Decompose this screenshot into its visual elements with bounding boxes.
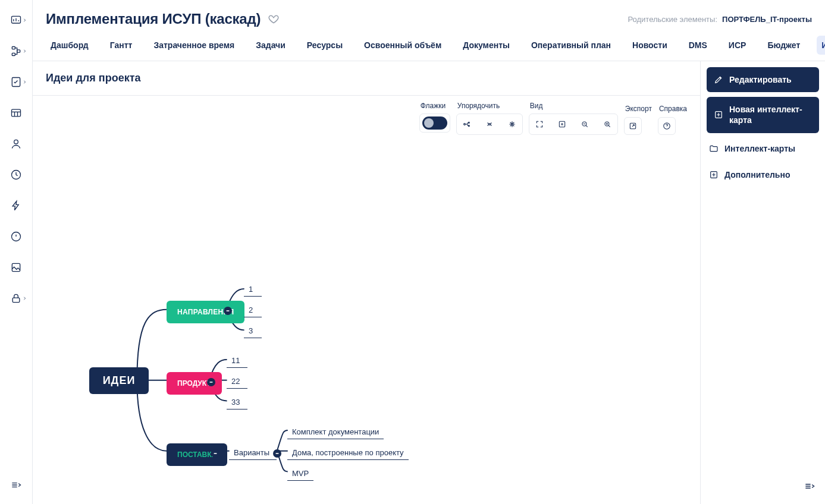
export-icon[interactable] (624, 117, 642, 135)
parent-elements-label: Родительские элементы: (628, 15, 717, 24)
maps-list-item[interactable]: Интеллект-карты (707, 138, 819, 159)
tab-6[interactable]: Документы (458, 36, 515, 55)
svg-rect-5 (12, 109, 21, 116)
favorite-icon[interactable] (268, 13, 280, 25)
svg-rect-2 (12, 53, 15, 55)
zoom-in-icon[interactable] (598, 115, 616, 133)
leaf-11[interactable]: 11 (227, 352, 247, 368)
collapse-dot-icon[interactable] (207, 378, 215, 386)
fullscreen-icon[interactable] (531, 115, 548, 133)
new-map-button-label: Новая интеллект-карта (729, 104, 812, 125)
svg-point-6 (14, 140, 18, 144)
nav-image-icon[interactable] (8, 259, 24, 276)
svg-rect-22 (559, 121, 564, 127)
tab-2[interactable]: Затраченное время (149, 36, 239, 55)
toolbar-flags-label: Флажки (419, 102, 450, 110)
leaf-1[interactable]: 1 (244, 281, 262, 297)
svg-point-18 (468, 122, 469, 123)
leaf-docs[interactable]: Комплект документации (287, 424, 384, 439)
leaf-mvp[interactable]: MVP (287, 465, 313, 481)
leaf-22[interactable]: 22 (227, 373, 247, 389)
edit-button[interactable]: Редактировать (707, 67, 819, 92)
leaf-33[interactable]: 33 (227, 394, 247, 410)
zoom-out-icon[interactable] (576, 115, 594, 133)
more-item-label: Дополнительно (724, 170, 790, 179)
maps-list-label: Интеллект-карты (724, 144, 795, 153)
tab-8[interactable]: Новости (628, 36, 672, 55)
flags-toggle[interactable] (422, 116, 447, 130)
help-icon[interactable] (658, 117, 676, 135)
collapse-dot-icon[interactable] (273, 449, 281, 458)
new-map-button[interactable]: Новая интеллект-карта (707, 97, 819, 133)
leaf-variants[interactable]: Варианты (229, 445, 277, 460)
toolbar-export-label: Экспорт (624, 105, 652, 114)
nav-lock-icon[interactable] (8, 290, 24, 307)
arrange-both-icon[interactable] (481, 115, 498, 133)
mindmap-root[interactable]: ИДЕИ (89, 367, 149, 394)
nav-alert-icon[interactable] (8, 228, 24, 245)
tab-12[interactable]: Интеллект-карты (817, 36, 825, 55)
svg-point-17 (463, 124, 465, 125)
leaf-houses[interactable]: Дома, построенные по проекту (287, 445, 409, 460)
leaf-2[interactable]: 2 (244, 302, 262, 317)
collapse-dot-icon[interactable] (224, 307, 232, 315)
nav-bolt-icon[interactable] (8, 197, 24, 214)
arrange-right-icon[interactable] (458, 115, 476, 133)
nav-tasks-icon[interactable] (8, 74, 24, 90)
tab-3[interactable]: Задачи (251, 36, 290, 55)
tab-5[interactable]: Освоенный объём (359, 36, 446, 55)
toolbar-help-label: Справка (658, 105, 687, 114)
nav-kanban-icon[interactable] (8, 105, 24, 121)
svg-point-19 (468, 125, 469, 127)
toolbar-arrange-label: Упорядочить (456, 102, 523, 110)
tab-10[interactable]: ИСР (724, 36, 751, 55)
collapse-dot-icon[interactable] (211, 449, 219, 458)
more-item[interactable]: Дополнительно (707, 164, 819, 185)
nav-time-icon[interactable] (8, 166, 24, 183)
tab-9[interactable]: DMS (684, 36, 712, 55)
tab-11[interactable]: Бюджет (763, 36, 805, 55)
toolbar-view-label: Вид (529, 102, 618, 110)
fit-icon[interactable] (553, 115, 571, 133)
collapse-right-icon[interactable] (804, 480, 815, 494)
nav-hierarchy-icon[interactable] (8, 43, 24, 59)
svg-point-23 (561, 124, 563, 125)
tab-1[interactable]: Гантт (105, 36, 137, 55)
parent-elements-value[interactable]: ПОРТФЕЛЬ_IT-проекты (722, 15, 812, 24)
nav-expand-icon[interactable] (8, 477, 24, 493)
page-title: Имплементация ИСУП (каскад) (46, 11, 261, 27)
svg-rect-10 (12, 298, 20, 303)
mindmap-branch-directions[interactable]: НАПРАВЛЕНИЯ (167, 301, 244, 323)
tab-4[interactable]: Ресурсы (302, 36, 347, 55)
svg-point-20 (488, 124, 490, 125)
tab-0[interactable]: Дашборд (46, 36, 93, 55)
section-title: Идеи для проекта (33, 61, 700, 96)
leaf-3[interactable]: 3 (244, 323, 262, 338)
arrange-radial-icon[interactable] (503, 115, 521, 133)
svg-rect-3 (17, 50, 20, 52)
nav-dashboard-icon[interactable] (8, 12, 24, 29)
svg-point-21 (511, 124, 513, 125)
nav-user-icon[interactable] (8, 136, 24, 152)
svg-rect-1 (12, 47, 15, 49)
tab-7[interactable]: Оперативный план (526, 36, 616, 55)
edit-button-label: Редактировать (729, 74, 792, 85)
